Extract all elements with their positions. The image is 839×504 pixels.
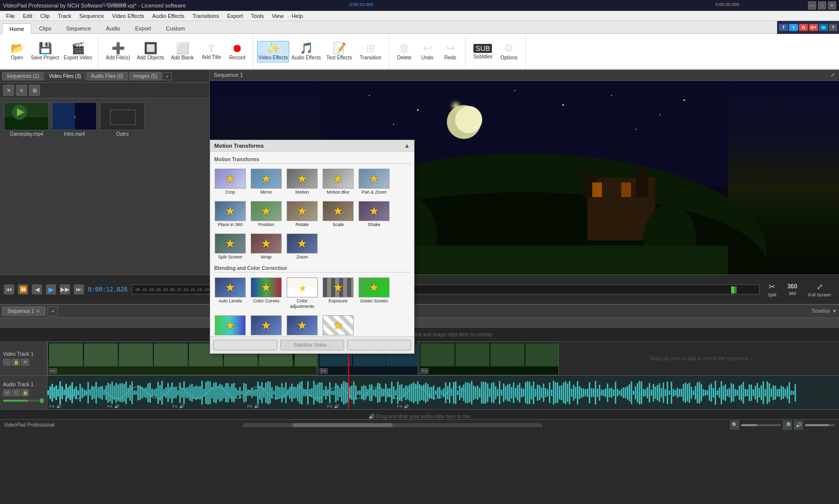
undo-button[interactable]: ↩ Undo — [417, 41, 438, 62]
grid-view-button[interactable]: ⊞ — [29, 85, 40, 96]
effect-scale[interactable]: ★ Scale — [321, 199, 355, 230]
timeline-dropdown-icon[interactable]: ▼ — [832, 308, 837, 314]
effect-saturation[interactable]: ★ Saturation — [249, 313, 283, 336]
step-back-button[interactable]: ◀ — [32, 284, 42, 294]
scrollbar-thumb[interactable] — [293, 423, 393, 427]
effect-split-screen[interactable]: ★ Split Screen — [213, 232, 247, 262]
split-button[interactable]: ✂ Split — [764, 280, 781, 299]
add-tab-button[interactable]: + — [163, 72, 172, 80]
thumbnail-intro[interactable]: ♪ Intro.mp4 — [52, 102, 97, 137]
video-track-eye[interactable]: 👁 — [21, 359, 29, 366]
googleplus-icon[interactable]: G+ — [809, 24, 818, 31]
audio-track-lock[interactable]: 🔒 — [21, 389, 29, 396]
effect-hue[interactable]: ★ Hue — [213, 313, 247, 336]
video-effects-button[interactable]: ✨ Video Effects — [257, 41, 289, 62]
menu-transitions[interactable]: Transitions — [188, 12, 223, 20]
effect-position[interactable]: ★ Position — [249, 199, 283, 230]
menu-edit[interactable]: Edit — [19, 12, 36, 20]
volume-icon[interactable]: 🔊 — [794, 421, 803, 430]
images-tab[interactable]: Images (5) — [129, 72, 162, 80]
video-track-lock[interactable]: 🔒 — [12, 359, 20, 366]
zoom-in-button[interactable]: 🔎 — [783, 421, 792, 430]
thumbnail-outro[interactable]: Outro — [100, 102, 145, 137]
effects-close-button[interactable]: ▲ — [404, 142, 410, 149]
effect-place-360[interactable]: ★ Place in 360 — [213, 199, 247, 230]
menu-tools[interactable]: Tools — [247, 12, 268, 20]
menu-export[interactable]: Export — [223, 12, 247, 20]
menu-track[interactable]: Track — [54, 12, 75, 20]
effect-transparency[interactable]: ★ Transparency — [321, 313, 355, 336]
effect-color-adjustments[interactable]: ★ Color adjustments — [285, 275, 319, 311]
close-button[interactable]: ✕ — [828, 1, 836, 9]
twitter-icon[interactable]: t — [789, 24, 798, 31]
menu-view[interactable]: View — [268, 12, 288, 20]
sequence-1-tab[interactable]: Sequence 1 ✕ — [2, 306, 45, 316]
go-end-button[interactable]: ⏭ — [74, 284, 84, 294]
add-objects-button[interactable]: 🔲 Add Objects — [134, 41, 166, 62]
effect-mirror[interactable]: ★ Mirror — [249, 167, 283, 197]
master-volume-slider[interactable] — [805, 424, 835, 426]
redo-button[interactable]: ↪ Redo — [439, 41, 461, 62]
audio-volume-slider[interactable] — [3, 400, 38, 402]
effect-rotate[interactable]: ★ Rotate — [285, 199, 319, 230]
info-icon[interactable]: ? — [829, 24, 837, 31]
tab-home[interactable]: Home — [2, 23, 31, 34]
audio-files-tab[interactable]: Audio Files (0) — [86, 72, 127, 80]
add-sequence-button[interactable]: + — [47, 306, 58, 316]
linkedin-icon[interactable]: in — [819, 24, 828, 31]
full-screen-button[interactable]: ⤢ Full Screen — [804, 280, 835, 299]
prev-frame-button[interactable]: ⏪ — [18, 284, 28, 294]
transition-button[interactable]: ⊞ Transition — [356, 41, 385, 62]
video-files-tab[interactable]: Video Files (3) — [44, 72, 85, 80]
save-project-button[interactable]: 💾 Save Project — [29, 41, 61, 62]
video-clip-3[interactable]: FX — [419, 342, 559, 375]
delete-button[interactable]: 🗑 Delete — [394, 41, 416, 62]
360-button[interactable]: 360 360 — [783, 281, 801, 297]
menu-video-effects[interactable]: Video Effects — [108, 12, 148, 20]
effect-pan-zoom[interactable]: ★ Pan & Zoom — [357, 167, 391, 197]
open-button[interactable]: 📂 Open — [6, 41, 28, 62]
video-track-minus[interactable]: − — [3, 359, 11, 366]
effect-green-screen[interactable]: ★ Green Screen — [357, 275, 391, 311]
options-button[interactable]: ⚙ Options — [497, 41, 521, 62]
tab-custom[interactable]: Custom — [158, 23, 192, 33]
effect-motion-blur[interactable]: ★ Motion Blur — [321, 167, 355, 197]
audio-track-mute[interactable]: M — [3, 389, 11, 396]
tab-clips[interactable]: Clips — [31, 23, 58, 33]
effect-auto-levels[interactable]: ★ Auto Levels — [213, 275, 247, 311]
zoom-out-button[interactable]: 🔍 — [730, 421, 739, 430]
google-icon[interactable]: G — [799, 24, 808, 31]
effect-motion[interactable]: ★ Motion — [285, 167, 319, 197]
play-button[interactable]: ▶ — [46, 284, 56, 294]
tab-audio[interactable]: Audio — [98, 23, 127, 33]
audio-effects-button[interactable]: 🎵 Audio Effects — [290, 41, 322, 62]
timeline-scrollbar[interactable] — [243, 423, 542, 427]
sequences-tab[interactable]: Sequences (1) — [2, 72, 43, 80]
stabilize-video-button[interactable]: Stabilize Video... — [280, 340, 344, 350]
effect-wrap[interactable]: ★ Wrap — [249, 232, 283, 262]
tab-sequence[interactable]: Sequence — [59, 23, 99, 33]
add-files-button[interactable]: ➕ Add File(s) — [102, 41, 133, 62]
effect-crop[interactable]: ★ Crop — [213, 167, 247, 197]
minimize-button[interactable]: — — [808, 1, 816, 9]
effect-exposure[interactable]: ★ Exposure — [321, 275, 355, 311]
audio-track-solo[interactable]: S — [12, 389, 20, 396]
step-fwd-button[interactable]: ▶▶ — [60, 284, 70, 294]
effect-color-curves[interactable]: ★ Color Curves — [249, 275, 283, 311]
audio-volume-knob[interactable] — [39, 398, 44, 403]
subtitles-button[interactable]: SUB Subtitles — [470, 42, 496, 61]
speed-change-button[interactable]: Speed Change... — [347, 340, 411, 350]
add-blank-button[interactable]: ⬜ Add Blank — [167, 41, 197, 62]
record-button[interactable]: ⏺ Record — [226, 41, 249, 62]
effect-temperature[interactable]: ★ Temperature — [285, 313, 319, 336]
menu-clip[interactable]: Clip — [36, 12, 54, 20]
list-view-button[interactable]: ≡ — [16, 85, 27, 96]
text-effects-button[interactable]: 📝 Text Effects — [323, 41, 355, 62]
maximize-button[interactable]: □ — [818, 1, 826, 9]
window-controls[interactable]: — □ ✕ — [808, 1, 836, 9]
zoom-slider[interactable] — [741, 424, 781, 426]
sequence-1-close[interactable]: ✕ — [36, 308, 40, 314]
effect-properties-button[interactable]: Effect Properties... — [213, 340, 277, 350]
facebook-icon[interactable]: f — [779, 24, 788, 31]
menu-audio-effects[interactable]: Audio Effects — [148, 12, 189, 20]
